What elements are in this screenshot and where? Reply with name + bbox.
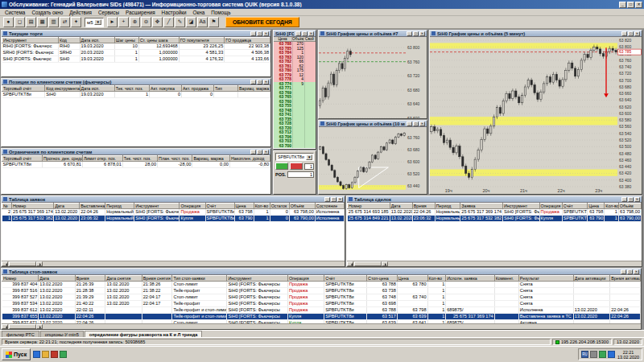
- column-header[interactable]: Торговый счёт: [2, 156, 43, 162]
- zoom-in-icon[interactable]: ⊕: [130, 17, 140, 27]
- table-row[interactable]: 225 675 317 369 17413.02.202022:04:26Нор…: [2, 209, 345, 216]
- panel-titlebar[interactable]: SiH0 [FORTS] _□✕: [274, 31, 316, 37]
- column-header[interactable]: ГО покупателя: [179, 38, 225, 43]
- column-header[interactable]: Инструмент: [134, 204, 180, 209]
- column-header[interactable]: Дата: [39, 276, 75, 282]
- column-header[interactable]: Цена: [588, 204, 605, 209]
- close-button[interactable]: ✕: [419, 31, 425, 36]
- column-header[interactable]: Стоп-цена: [367, 276, 398, 282]
- column-header[interactable]: Цена: [397, 276, 427, 282]
- table-row[interactable]: 25 675 314 849 22113.02.202023:06:32Норм…: [348, 216, 642, 222]
- table-row[interactable]: SiH0 [FORTS: ФьючерсSiH019.03.202011,000…: [2, 56, 270, 63]
- column-header[interactable]: Накоплен. доход: [229, 156, 270, 162]
- desktop-tab[interactable]: фильтер РТС: [2, 331, 39, 337]
- table-row[interactable]: 399 837 53413.02.202021:40:2213.02.20202…: [2, 301, 641, 307]
- column-header[interactable]: План. чист. поз.: [158, 156, 192, 162]
- panel-titlebar[interactable]: Текущие торги _□✕: [2, 31, 270, 37]
- panel-titlebar[interactable]: Таблица сделок _□✕: [347, 196, 642, 203]
- minimize-button[interactable]: _: [407, 121, 412, 126]
- column-header[interactable]: Тек. чист. поз.: [122, 156, 157, 162]
- panel-titlebar[interactable]: Таблица заявок _□✕: [2, 196, 345, 203]
- column-header[interactable]: Время активации: [610, 276, 641, 282]
- trend-line-icon[interactable]: ╱: [163, 17, 174, 27]
- column-header[interactable]: Коммент.: [494, 276, 518, 282]
- minimize-button[interactable]: _: [621, 197, 627, 202]
- text-tool-icon[interactable]: Aa: [197, 17, 208, 27]
- column-header[interactable]: Дата активации: [573, 276, 609, 282]
- taskbar-clock[interactable]: 22:2113.02.2020: [617, 350, 639, 360]
- column-header[interactable]: Дата: [54, 204, 80, 209]
- maximize-button[interactable]: □: [628, 31, 634, 36]
- column-header[interactable]: Номер: [2, 276, 39, 282]
- scroll-left-button[interactable]: [347, 261, 353, 266]
- scroll-right-button[interactable]: [382, 261, 388, 266]
- table-row[interactable]: SRH0 [FORTS: ФьючерсSRH020.03.202011,000…: [2, 50, 270, 56]
- menu-item[interactable]: Расширения: [122, 10, 159, 15]
- panel-titlebar[interactable]: Ограничения по клиентским счетам _□✕: [2, 149, 270, 155]
- save-icon[interactable]: ▦: [37, 17, 47, 27]
- column-header[interactable]: Дата исп.: [80, 38, 114, 43]
- column-header[interactable]: Акт. покупка: [150, 86, 182, 92]
- pan-hand-icon[interactable]: ✥: [152, 17, 163, 27]
- column-header[interactable]: Вариац. маржа: [237, 86, 270, 92]
- column-header[interactable]: Счёт: [324, 276, 367, 282]
- table-row[interactable]: SPBFUTKT8и6 670,816 878,0128,00-28,000,0…: [2, 162, 270, 168]
- maximize-button[interactable]: □: [413, 31, 419, 36]
- column-header[interactable]: Номер: [12, 204, 54, 209]
- column-header[interactable]: Тип: [214, 86, 238, 92]
- close-button[interactable]: ✕: [263, 31, 269, 36]
- table-row[interactable]: 399 837 40413.02.202021:26:3913.02.20202…: [2, 282, 641, 288]
- maximize-button[interactable]: □: [257, 80, 262, 84]
- maximize-button[interactable]: □: [331, 197, 336, 202]
- column-header[interactable]: Период: [105, 204, 134, 209]
- scroll-right-button[interactable]: [36, 261, 43, 266]
- column-header[interactable]: №: [2, 204, 12, 209]
- minimize-button[interactable]: _: [619, 2, 626, 8]
- close-button[interactable]: ✕: [263, 150, 269, 154]
- column-header[interactable]: Шаг цены: [114, 38, 138, 43]
- close-button[interactable]: ✕: [337, 197, 343, 202]
- network-status-icon[interactable]: [599, 351, 606, 358]
- column-header[interactable]: Акт. продажа: [182, 86, 214, 92]
- table-row[interactable]: 399 837 61213.02.202022:02:11Тейк-профит…: [2, 307, 641, 314]
- account-select[interactable]: SPBFUTKT8и ▼: [275, 153, 314, 161]
- menu-item[interactable]: Сервисы: [95, 10, 122, 15]
- quantity-field[interactable]: 1: [304, 163, 314, 170]
- minimize-button[interactable]: _: [250, 80, 256, 84]
- maximize-button[interactable]: □: [257, 31, 262, 36]
- settings-icon[interactable]: ✦: [71, 17, 81, 27]
- maximize-button[interactable]: □: [413, 121, 419, 126]
- column-header[interactable]: Код: [58, 38, 80, 43]
- column-header[interactable]: Исполн. заявка: [446, 276, 494, 282]
- column-header[interactable]: Номер: [348, 204, 390, 209]
- crosshair-icon[interactable]: +: [118, 17, 129, 27]
- close-button[interactable]: ✕: [634, 269, 639, 274]
- column-header[interactable]: Цена: [234, 204, 254, 209]
- menu-item[interactable]: Настройки: [159, 10, 190, 15]
- close-button[interactable]: ✕: [634, 197, 640, 202]
- export-data-icon[interactable]: ⇄: [60, 17, 70, 27]
- price-chart-canvas[interactable]: 63 44063 52063 60063 68063 760: [319, 127, 427, 194]
- column-header[interactable]: Тек. чист. поз.: [114, 86, 149, 92]
- column-header[interactable]: Кол-во: [427, 276, 446, 282]
- maximize-button[interactable]: □: [257, 150, 262, 154]
- sell-button[interactable]: [290, 162, 303, 170]
- maximize-button[interactable]: □: [302, 31, 308, 36]
- zoom-out-icon[interactable]: ⊖: [141, 17, 151, 27]
- column-header[interactable]: Объём: [618, 204, 641, 209]
- minimize-button[interactable]: _: [621, 31, 627, 36]
- close-button[interactable]: ✕: [634, 31, 640, 36]
- media-player-icon[interactable]: [51, 351, 58, 358]
- column-header[interactable]: Кол-во: [605, 204, 619, 209]
- table-row[interactable]: RIH0 [FORTS: ФьючерсRIH019.03.20201012,6…: [2, 43, 270, 50]
- column-header[interactable]: Лимит откр. поз.: [82, 156, 122, 162]
- column-header[interactable]: Тип стоп-заявки: [172, 276, 227, 282]
- table-row[interactable]: 125 675 317 532 38213.02.202023:06:32Нор…: [2, 216, 345, 222]
- column-header[interactable]: Счёт: [205, 204, 234, 209]
- column-header[interactable]: Торговый счёт: [2, 86, 45, 92]
- panel-titlebar[interactable]: SiH0 График цены и объёма #7 _□✕: [319, 31, 427, 37]
- language-indicator[interactable]: RU: [581, 351, 588, 358]
- start-button[interactable]: Пуск: [2, 348, 31, 360]
- column-header[interactable]: Время: [75, 276, 105, 282]
- column-header[interactable]: Время снятия: [142, 276, 172, 282]
